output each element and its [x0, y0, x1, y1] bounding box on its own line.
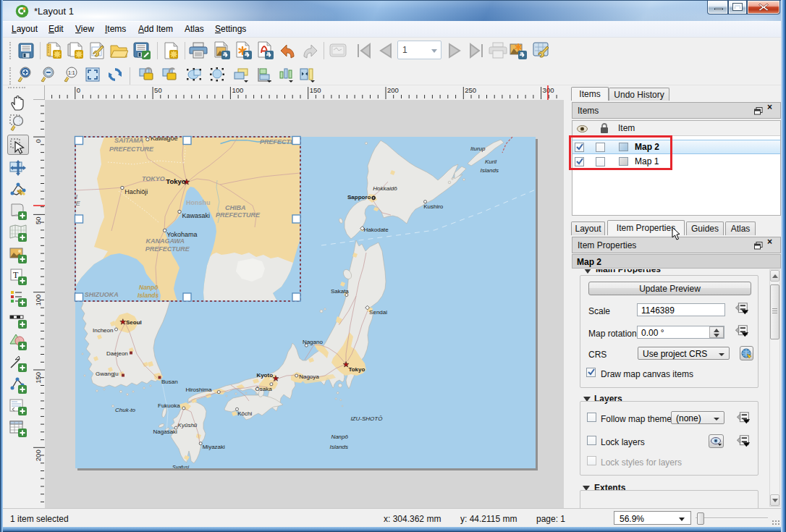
svg-text:150: 150	[310, 86, 321, 94]
svg-text:T: T	[13, 270, 19, 280]
svg-text:200: 200	[387, 86, 399, 94]
svg-text:100: 100	[34, 295, 42, 306]
svg-text:0: 0	[34, 139, 42, 143]
svg-text:1:1: 1:1	[68, 70, 75, 75]
svg-text:150: 150	[34, 372, 42, 384]
svg-text:50: 50	[154, 86, 162, 94]
svg-text:200: 200	[34, 449, 42, 461]
svg-text:0: 0	[77, 86, 80, 94]
svg-text:250: 250	[465, 86, 476, 94]
svg-text:50: 50	[34, 216, 42, 224]
svg-text:100: 100	[232, 86, 243, 94]
